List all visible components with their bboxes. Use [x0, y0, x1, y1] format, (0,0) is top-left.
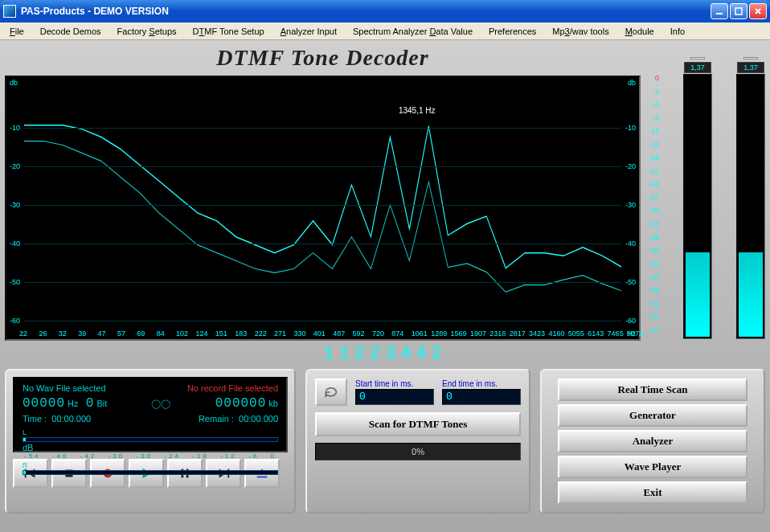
start-time-label: Start time in ms.	[355, 379, 434, 388]
window-title: PAS-Products - DEMO VERSION	[21, 6, 711, 17]
maximize-button[interactable]	[730, 3, 747, 19]
player-lcd: No Wav File selected No record File sele…	[13, 377, 288, 452]
scan-dtmf-button[interactable]: Scan for DTMF Tones	[315, 412, 521, 436]
menu-decode-demos[interactable]: Decode Demos	[34, 25, 108, 38]
kb-value: 000000	[215, 396, 267, 411]
menu-mp3-wav-tools[interactable]: Mp3/wav tools	[546, 25, 615, 38]
end-time-input[interactable]	[442, 389, 521, 405]
vu-scale: 0-3-6-9-12-15-18-21-24-27-30-33-36-39-42…	[649, 74, 659, 339]
wav-file-status: No Wav File selected	[23, 383, 106, 393]
svg-rect-1	[735, 8, 742, 14]
wave-player-button[interactable]: Wave Player	[558, 456, 747, 478]
menu-analyzer-input[interactable]: Analyzer Input	[274, 25, 343, 38]
page-title: DTMF Tone Decoder	[5, 45, 641, 71]
vu-right-peak: 1,37	[737, 62, 764, 73]
side-buttons: Real Time Scan Generator Analyzer Wave P…	[540, 369, 765, 514]
generator-button[interactable]: Generator	[558, 404, 747, 427]
menu-bar: File Decode Demos Factory Setups DTMF To…	[0, 23, 770, 40]
spectrum-analyzer: db db Hz 1345,1 Hz -10-10-20-20-30-30-40…	[5, 76, 641, 341]
level-bar-right	[23, 470, 278, 475]
svg-rect-8	[257, 477, 268, 478]
menu-file[interactable]: File	[3, 25, 31, 38]
menu-module[interactable]: Module	[619, 25, 661, 38]
vu-meter-left: 1,37	[683, 74, 712, 339]
record-file-status: No record File selected	[187, 383, 278, 393]
scan-progress: 0%	[315, 443, 521, 460]
menu-dtmf-tone-setup[interactable]: DTMF Tone Setup	[186, 25, 271, 38]
loop-button[interactable]	[315, 379, 347, 406]
vu-meter-right: 1,37	[736, 74, 765, 339]
time-value: 00:00.000	[51, 414, 91, 424]
bit-value: 0	[86, 396, 95, 411]
client-area: DTMF Tone Decoder db db Hz 1345,1 Hz -10…	[0, 40, 770, 532]
vu-right-fill	[739, 252, 763, 337]
titlebar: PAS-Products - DEMO VERSION	[0, 0, 770, 23]
decoded-digits: 11223442	[5, 344, 765, 364]
app-icon	[3, 5, 16, 18]
level-bar-left	[23, 437, 278, 442]
scan-panel: Start time in ms. End time in ms. Scan f…	[305, 369, 530, 514]
db-scale: -54-48-42-36-30-24-18-12-60	[23, 452, 278, 460]
analyzer-button[interactable]: Analyzer	[558, 430, 747, 452]
menu-spectrum-data[interactable]: Spectrum Analyzer Data Value	[346, 25, 479, 38]
minimize-button[interactable]	[711, 3, 728, 19]
hz-value: 00000	[23, 396, 65, 411]
y-unit-right: db	[628, 79, 636, 87]
end-time-label: End time in ms.	[442, 379, 521, 388]
remain-value: 00:00.000	[239, 414, 278, 424]
start-time-input[interactable]	[355, 389, 434, 405]
exit-button[interactable]: Exit	[558, 481, 747, 504]
menu-info[interactable]: Info	[664, 25, 691, 38]
y-unit-left: db	[10, 79, 18, 87]
menu-preferences[interactable]: Preferences	[482, 25, 543, 38]
player-panel: No Wav File selected No record File sele…	[5, 369, 296, 514]
vu-left-peak: 1,37	[684, 62, 711, 73]
svg-rect-0	[716, 13, 723, 14]
real-time-scan-button[interactable]: Real Time Scan	[558, 379, 747, 401]
vu-left-fill	[686, 252, 710, 337]
menu-factory-setups[interactable]: Factory Setups	[111, 25, 183, 38]
close-button[interactable]	[749, 3, 767, 19]
